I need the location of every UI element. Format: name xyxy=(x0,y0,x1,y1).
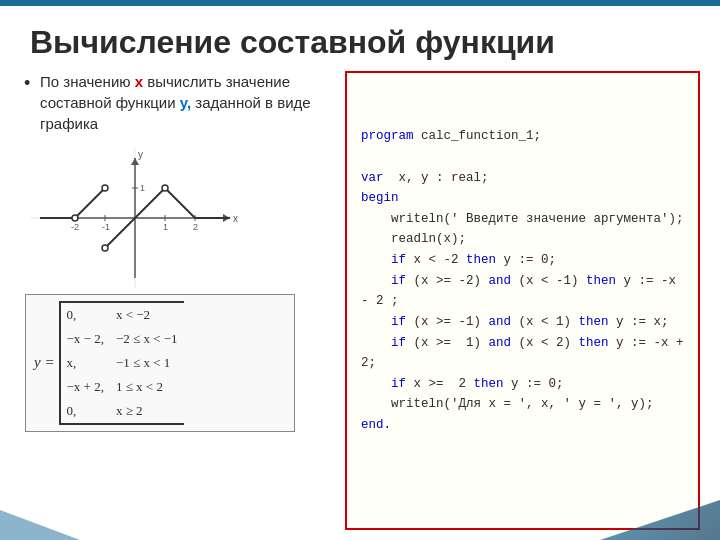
code-line-writeln2: writeln('Для х = ', x, ' y = ', y); xyxy=(361,394,684,415)
code-line-writeln1: writeln(' Введите значение аргумента'); xyxy=(361,209,684,230)
code-line-readln: readln(x); xyxy=(361,229,684,250)
svg-text:-2: -2 xyxy=(71,222,79,232)
formula-lhs: y = xyxy=(34,354,55,370)
formula-case1-cond: x < −2 xyxy=(116,307,150,322)
code-line-if5: if x >= 2 then y := 0; xyxy=(361,374,684,395)
svg-text:x: x xyxy=(233,213,238,224)
formula-case5-cond: x ≥ 2 xyxy=(116,403,143,418)
var-y: y, xyxy=(180,94,191,111)
slide: Вычисление составной функции По значению… xyxy=(0,0,720,540)
svg-point-22 xyxy=(162,185,168,191)
formula-case4-cond: 1 ≤ x < 2 xyxy=(116,379,163,394)
code-line-end: end. xyxy=(361,415,684,436)
code-block: program calc_function_1; var x, y : real… xyxy=(361,126,684,435)
svg-text:y: y xyxy=(138,149,143,160)
left-panel: По значению x вычислить значение составн… xyxy=(20,71,330,530)
slide-title: Вычисление составной функции xyxy=(0,6,720,71)
code-line-1: program calc_function_1; xyxy=(361,126,684,147)
formula-case4-expr: −x + 2, xyxy=(67,379,104,394)
formula-case5-expr: 0, xyxy=(67,403,77,418)
code-line-if4: if (x >= 1) and (x < 2) then y := -x + 2… xyxy=(361,333,684,374)
svg-text:2: 2 xyxy=(193,222,198,232)
code-line-var: var x, y : real; xyxy=(361,168,684,189)
formula-box: y = 0, x < −2 −x − 2, xyxy=(25,294,295,432)
var-x: x xyxy=(135,73,143,90)
bullet-point: По значению x вычислить значение составн… xyxy=(20,71,330,134)
svg-point-19 xyxy=(72,215,78,221)
svg-text:1: 1 xyxy=(140,183,145,193)
code-line-if2: if (x >= -2) and (x < -1) then y := -x -… xyxy=(361,271,684,312)
formula-case2-cond: −2 ≤ x < −1 xyxy=(116,331,178,346)
code-panel: program calc_function_1; var x, y : real… xyxy=(345,71,700,530)
formula-case3-cond: −1 ≤ x < 1 xyxy=(116,355,170,370)
formula-case1-expr: 0, xyxy=(67,307,77,322)
code-line-begin: begin xyxy=(361,188,684,209)
graph-container: x y -2 -1 1 2 1 xyxy=(30,148,240,288)
svg-text:-1: -1 xyxy=(102,222,110,232)
code-line-blank1 xyxy=(361,147,684,168)
svg-point-21 xyxy=(102,245,108,251)
formula-case2-expr: −x − 2, xyxy=(67,331,104,346)
formula-case3-expr: x, xyxy=(67,355,77,370)
svg-text:1: 1 xyxy=(163,222,168,232)
graph-svg: x y -2 -1 1 2 1 xyxy=(30,148,240,288)
code-line-if3: if (x >= -1) and (x < 1) then y := x; xyxy=(361,312,684,333)
content-area: По значению x вычислить значение составн… xyxy=(0,71,720,540)
svg-point-20 xyxy=(102,185,108,191)
code-line-if1: if x < -2 then y := 0; xyxy=(361,250,684,271)
